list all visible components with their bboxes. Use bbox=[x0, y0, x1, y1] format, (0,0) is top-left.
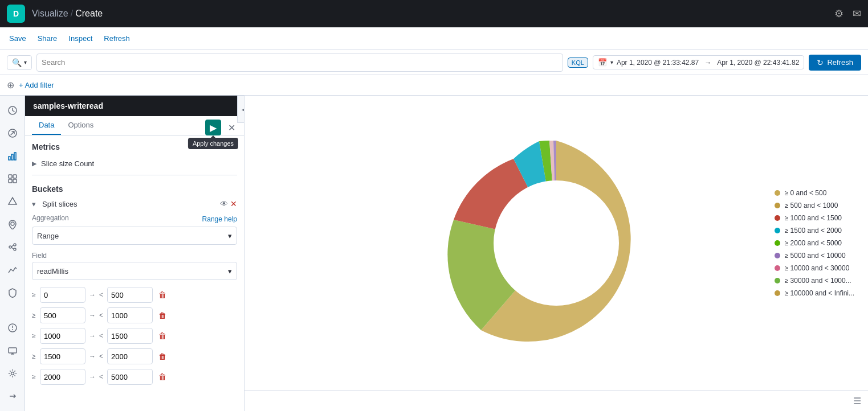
range-help-link[interactable]: Range help bbox=[202, 215, 237, 223]
panel-collapse-button[interactable]: ◀ bbox=[237, 96, 244, 123]
range-gte-input[interactable] bbox=[40, 348, 85, 364]
range-lt-input[interactable] bbox=[107, 328, 153, 344]
mail-icon[interactable]: ✉ bbox=[853, 7, 861, 20]
app-logo[interactable]: D bbox=[7, 5, 25, 23]
settings-icon[interactable]: ⚙ bbox=[834, 7, 843, 20]
legend-label: ≥ 1500 and < 2000 bbox=[785, 227, 842, 235]
collapse-icon[interactable]: ▾ bbox=[32, 200, 39, 208]
delete-range-button[interactable]: 🗑 bbox=[156, 311, 169, 320]
visibility-icon[interactable]: 👁 bbox=[220, 199, 228, 208]
date-range-picker[interactable]: 📅 ▾ Apr 1, 2020 @ 21:33:42.87 → Apr 1, 2… bbox=[593, 55, 805, 69]
search-type-button[interactable]: 🔍 ▾ bbox=[7, 55, 32, 70]
legend-dot bbox=[775, 240, 780, 246]
legend-item: ≥ 1000 and < 1500 bbox=[775, 214, 854, 222]
legend-label: ≥ 5000 and < 10000 bbox=[785, 252, 846, 260]
sidebar-item-dashboard[interactable] bbox=[2, 168, 23, 189]
chart-footer: ☰ bbox=[244, 391, 868, 411]
svg-rect-6 bbox=[13, 175, 17, 178]
apply-changes-button[interactable]: ▶ bbox=[205, 120, 221, 135]
metrics-item[interactable]: ▶ Slice size Count bbox=[32, 157, 237, 170]
delete-range-button[interactable]: 🗑 bbox=[156, 331, 169, 340]
aggregation-select-wrap[interactable]: Range ▾ bbox=[32, 227, 237, 245]
range-gte-input[interactable] bbox=[40, 307, 85, 323]
add-filter-button[interactable]: + Add filter bbox=[19, 81, 54, 89]
field-label: Field bbox=[32, 252, 237, 260]
lt-symbol: < bbox=[99, 291, 104, 299]
svg-rect-4 bbox=[14, 153, 16, 160]
sidebar-item-devtools[interactable] bbox=[2, 318, 23, 338]
delete-bucket-icon[interactable]: ✕ bbox=[230, 199, 237, 208]
donut-chart bbox=[425, 112, 687, 374]
range-lt-input[interactable] bbox=[107, 307, 153, 323]
aggregation-group: Aggregation Range help Range ▾ bbox=[32, 214, 237, 245]
legend-dot bbox=[775, 203, 780, 208]
metrics-value: Slice size Count bbox=[41, 159, 94, 168]
legend-item: ≥ 1500 and < 2000 bbox=[775, 227, 854, 235]
sidebar-item-canvas[interactable] bbox=[2, 191, 23, 212]
delete-range-button[interactable]: 🗑 bbox=[156, 290, 169, 299]
sidebar-item-graph[interactable] bbox=[2, 260, 23, 280]
svg-point-23 bbox=[494, 180, 619, 306]
range-arrow-icon: → bbox=[89, 352, 96, 360]
sidebar-item-recent[interactable] bbox=[2, 100, 23, 121]
kql-badge[interactable]: KQL bbox=[568, 57, 588, 68]
search-type-icon: 🔍 bbox=[12, 58, 22, 67]
range-gte-input[interactable] bbox=[40, 328, 85, 344]
share-link[interactable]: Share bbox=[38, 34, 58, 43]
svg-line-14 bbox=[11, 245, 14, 247]
range-arrow-icon: → bbox=[89, 311, 96, 319]
panel-actions: ▶ Apply changes ✕ bbox=[205, 120, 239, 135]
chart-container: ≥ 0 and < 500 ≥ 500 and < 1000 ≥ 1000 an… bbox=[244, 96, 868, 391]
delete-range-button[interactable]: 🗑 bbox=[156, 352, 169, 361]
svg-rect-8 bbox=[13, 179, 17, 183]
filter-circle-icon: ⊕ bbox=[7, 80, 14, 91]
delete-range-button[interactable]: 🗑 bbox=[156, 372, 169, 381]
split-slices-label: Split slices bbox=[42, 200, 77, 208]
range-lt-input[interactable] bbox=[107, 287, 153, 303]
chevron-down-icon: ▾ bbox=[228, 267, 232, 276]
save-link[interactable]: Save bbox=[9, 34, 26, 43]
sidebar-item-discover[interactable] bbox=[2, 123, 23, 143]
legend-label: ≥ 2000 and < 5000 bbox=[785, 239, 842, 247]
range-lt-input[interactable] bbox=[107, 348, 153, 364]
legend-item: ≥ 5000 and < 10000 bbox=[775, 252, 854, 260]
field-select-wrap[interactable]: readMillis ▾ bbox=[32, 262, 237, 280]
chart-area: ≥ 0 and < 500 ≥ 500 and < 1000 ≥ 1000 an… bbox=[244, 96, 868, 411]
sidebar-item-collapse[interactable] bbox=[2, 386, 23, 406]
sidebar-item-settings[interactable] bbox=[2, 363, 23, 384]
sidebar-item-security[interactable] bbox=[2, 282, 23, 303]
inspect-link[interactable]: Inspect bbox=[68, 34, 92, 43]
panel-title: samples-writeread bbox=[25, 96, 244, 116]
panel-content: Metrics ▶ Slice size Count Buckets ▾ Spl… bbox=[25, 135, 244, 411]
tab-data[interactable]: Data bbox=[32, 116, 61, 135]
sidebar-item-maps[interactable] bbox=[2, 214, 23, 235]
chevron-down-icon: ▾ bbox=[228, 232, 232, 240]
buckets-title: Buckets bbox=[32, 184, 237, 194]
legend-dot bbox=[775, 215, 780, 221]
search-input[interactable] bbox=[42, 58, 558, 67]
legend-dot bbox=[775, 253, 780, 258]
range-arrow-icon: → bbox=[89, 291, 96, 299]
range-gte-input[interactable] bbox=[40, 287, 85, 303]
lt-symbol: < bbox=[99, 373, 104, 381]
sidebar-item-monitoring[interactable] bbox=[2, 340, 23, 361]
main-content: ◀ samples-writeread Data Options ▶ Apply… bbox=[0, 96, 868, 411]
refresh-link[interactable]: Refresh bbox=[104, 34, 130, 43]
range-row: ≥ → < 🗑 bbox=[32, 348, 237, 364]
table-icon[interactable]: ☰ bbox=[853, 396, 861, 406]
legend-item: ≥ 10000 and < 30000 bbox=[775, 264, 854, 272]
gte-symbol: ≥ bbox=[32, 311, 36, 319]
sidebar-item-ml[interactable] bbox=[2, 237, 23, 257]
range-gte-input[interactable] bbox=[40, 369, 85, 385]
legend-label: ≥ 500 and < 1000 bbox=[785, 202, 838, 209]
editor-panel: ◀ samples-writeread Data Options ▶ Apply… bbox=[25, 96, 244, 411]
sidebar-item-visualize[interactable] bbox=[2, 146, 23, 166]
legend-dot bbox=[775, 190, 780, 196]
refresh-button[interactable]: ↻ Refresh bbox=[809, 55, 861, 71]
legend-item: ≥ 500 and < 1000 bbox=[775, 202, 854, 209]
calendar-icon: 📅 bbox=[598, 58, 607, 67]
search-bar: 🔍 ▾ KQL 📅 ▾ Apr 1, 2020 @ 21:33:42.87 → … bbox=[0, 50, 868, 75]
range-lt-input[interactable] bbox=[107, 369, 153, 385]
tab-options[interactable]: Options bbox=[61, 116, 100, 135]
field-value: readMillis bbox=[37, 267, 68, 276]
